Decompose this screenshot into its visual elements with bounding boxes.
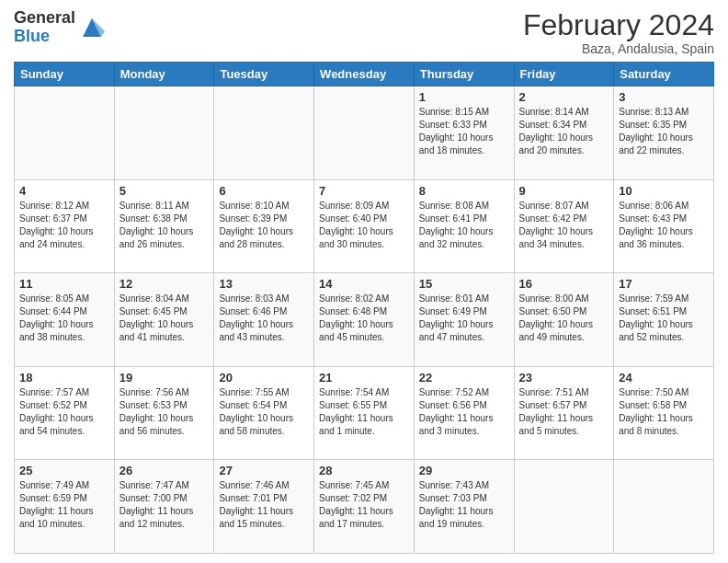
day-number: 1 (419, 90, 509, 104)
day-number: 12 (119, 277, 210, 291)
day-info: Sunrise: 7:47 AM Sunset: 7:00 PM Dayligh… (119, 480, 194, 529)
day-info: Sunrise: 8:00 AM Sunset: 6:50 PM Dayligh… (519, 293, 594, 342)
day-number: 6 (219, 184, 309, 198)
day-header-saturday: Saturday (614, 63, 714, 86)
day-number: 14 (319, 277, 409, 291)
day-info: Sunrise: 8:05 AM Sunset: 6:44 PM Dayligh… (19, 293, 94, 342)
week-row-2: 4Sunrise: 8:12 AM Sunset: 6:37 PM Daylig… (15, 179, 714, 273)
day-cell (614, 460, 714, 554)
day-cell (314, 86, 415, 180)
day-number: 26 (119, 464, 210, 477)
day-cell: 23Sunrise: 7:51 AM Sunset: 6:57 PM Dayli… (514, 366, 614, 460)
day-info: Sunrise: 7:50 AM Sunset: 6:58 PM Dayligh… (619, 387, 693, 436)
day-number: 19 (119, 371, 210, 385)
calendar-header: SundayMondayTuesdayWednesdayThursdayFrid… (15, 63, 714, 86)
day-number: 8 (419, 184, 509, 198)
day-cell (514, 460, 614, 554)
day-cell: 20Sunrise: 7:55 AM Sunset: 6:54 PM Dayli… (214, 366, 314, 460)
day-cell: 27Sunrise: 7:46 AM Sunset: 7:01 PM Dayli… (214, 460, 314, 554)
day-number: 16 (519, 277, 609, 291)
logo: General Blue (14, 9, 105, 46)
day-number: 24 (619, 371, 709, 385)
day-number: 22 (419, 371, 509, 385)
week-row-1: 1Sunrise: 8:15 AM Sunset: 6:33 PM Daylig… (15, 86, 714, 180)
day-cell: 29Sunrise: 7:43 AM Sunset: 7:03 PM Dayli… (414, 460, 514, 554)
day-number: 20 (219, 371, 309, 385)
day-info: Sunrise: 8:10 AM Sunset: 6:39 PM Dayligh… (219, 201, 293, 249)
day-cell: 13Sunrise: 8:03 AM Sunset: 6:46 PM Dayli… (214, 273, 314, 367)
day-cell: 11Sunrise: 8:05 AM Sunset: 6:44 PM Dayli… (15, 273, 115, 367)
header: General Blue February 2024 Baza, Andalus… (14, 9, 714, 56)
day-info: Sunrise: 7:46 AM Sunset: 7:01 PM Dayligh… (219, 480, 293, 529)
day-info: Sunrise: 7:57 AM Sunset: 6:52 PM Dayligh… (19, 387, 94, 436)
day-header-tuesday: Tuesday (214, 63, 314, 86)
day-info: Sunrise: 7:49 AM Sunset: 6:59 PM Dayligh… (19, 480, 94, 529)
day-info: Sunrise: 7:52 AM Sunset: 6:56 PM Dayligh… (419, 387, 494, 436)
day-cell: 2Sunrise: 8:14 AM Sunset: 6:34 PM Daylig… (514, 86, 614, 180)
day-cell: 14Sunrise: 8:02 AM Sunset: 6:48 PM Dayli… (314, 273, 415, 367)
day-cell: 24Sunrise: 7:50 AM Sunset: 6:58 PM Dayli… (614, 366, 714, 460)
day-info: Sunrise: 8:14 AM Sunset: 6:34 PM Dayligh… (519, 107, 594, 155)
day-cell: 21Sunrise: 7:54 AM Sunset: 6:55 PM Dayli… (314, 366, 415, 460)
day-info: Sunrise: 8:08 AM Sunset: 6:41 PM Dayligh… (419, 201, 494, 249)
calendar-body: 1Sunrise: 8:15 AM Sunset: 6:33 PM Daylig… (15, 86, 714, 554)
day-number: 21 (319, 371, 409, 385)
calendar-table: SundayMondayTuesdayWednesdayThursdayFrid… (14, 62, 714, 554)
day-info: Sunrise: 8:11 AM Sunset: 6:38 PM Dayligh… (119, 201, 194, 249)
title-section: February 2024 Baza, Andalusia, Spain (523, 9, 714, 56)
day-header-friday: Friday (514, 63, 614, 86)
day-info: Sunrise: 8:09 AM Sunset: 6:40 PM Dayligh… (319, 201, 393, 249)
day-info: Sunrise: 8:04 AM Sunset: 6:45 PM Dayligh… (119, 293, 194, 342)
day-cell: 10Sunrise: 8:06 AM Sunset: 6:43 PM Dayli… (614, 179, 714, 273)
day-header-thursday: Thursday (414, 63, 514, 86)
week-row-3: 11Sunrise: 8:05 AM Sunset: 6:44 PM Dayli… (15, 273, 714, 367)
day-info: Sunrise: 7:51 AM Sunset: 6:57 PM Dayligh… (519, 387, 594, 436)
page: General Blue February 2024 Baza, Andalus… (0, 0, 728, 563)
day-cell: 16Sunrise: 8:00 AM Sunset: 6:50 PM Dayli… (514, 273, 614, 367)
day-info: Sunrise: 7:56 AM Sunset: 6:53 PM Dayligh… (119, 387, 194, 436)
day-info: Sunrise: 8:01 AM Sunset: 6:49 PM Dayligh… (419, 293, 494, 342)
day-number: 5 (119, 184, 210, 198)
day-cell: 9Sunrise: 8:07 AM Sunset: 6:42 PM Daylig… (514, 179, 614, 273)
day-info: Sunrise: 8:02 AM Sunset: 6:48 PM Dayligh… (319, 293, 393, 342)
day-info: Sunrise: 7:45 AM Sunset: 7:02 PM Dayligh… (319, 480, 393, 529)
day-number: 10 (619, 184, 709, 198)
day-number: 4 (19, 184, 109, 198)
day-cell: 28Sunrise: 7:45 AM Sunset: 7:02 PM Dayli… (314, 460, 415, 554)
day-cell: 26Sunrise: 7:47 AM Sunset: 7:00 PM Dayli… (114, 460, 214, 554)
day-number: 25 (19, 464, 109, 477)
day-number: 18 (19, 371, 109, 385)
day-cell (15, 86, 115, 180)
day-number: 17 (619, 277, 709, 291)
day-number: 23 (519, 371, 609, 385)
day-cell: 5Sunrise: 8:11 AM Sunset: 6:38 PM Daylig… (114, 179, 214, 273)
day-cell: 22Sunrise: 7:52 AM Sunset: 6:56 PM Dayli… (414, 366, 514, 460)
day-cell: 7Sunrise: 8:09 AM Sunset: 6:40 PM Daylig… (314, 179, 415, 273)
logo-general-text: General (14, 9, 75, 28)
day-cell (114, 86, 214, 180)
day-number: 7 (319, 184, 409, 198)
day-info: Sunrise: 8:13 AM Sunset: 6:35 PM Dayligh… (619, 107, 693, 155)
day-info: Sunrise: 8:06 AM Sunset: 6:43 PM Dayligh… (619, 201, 693, 249)
day-cell: 25Sunrise: 7:49 AM Sunset: 6:59 PM Dayli… (15, 460, 115, 554)
day-cell: 12Sunrise: 8:04 AM Sunset: 6:45 PM Dayli… (114, 273, 214, 367)
day-info: Sunrise: 8:12 AM Sunset: 6:37 PM Dayligh… (19, 201, 94, 249)
day-info: Sunrise: 8:07 AM Sunset: 6:42 PM Dayligh… (519, 201, 594, 249)
day-cell: 3Sunrise: 8:13 AM Sunset: 6:35 PM Daylig… (614, 86, 714, 180)
day-number: 2 (519, 90, 609, 104)
day-info: Sunrise: 7:59 AM Sunset: 6:51 PM Dayligh… (619, 293, 693, 342)
day-number: 15 (419, 277, 509, 291)
day-info: Sunrise: 7:54 AM Sunset: 6:55 PM Dayligh… (319, 387, 393, 436)
day-cell: 6Sunrise: 8:10 AM Sunset: 6:39 PM Daylig… (214, 179, 314, 273)
day-cell (214, 86, 314, 180)
week-row-4: 18Sunrise: 7:57 AM Sunset: 6:52 PM Dayli… (15, 366, 714, 460)
day-info: Sunrise: 7:55 AM Sunset: 6:54 PM Dayligh… (219, 387, 293, 436)
day-cell: 17Sunrise: 7:59 AM Sunset: 6:51 PM Dayli… (614, 273, 714, 367)
day-cell: 19Sunrise: 7:56 AM Sunset: 6:53 PM Dayli… (114, 366, 214, 460)
day-cell: 18Sunrise: 7:57 AM Sunset: 6:52 PM Dayli… (15, 366, 115, 460)
day-number: 3 (619, 90, 709, 104)
day-cell: 4Sunrise: 8:12 AM Sunset: 6:37 PM Daylig… (15, 179, 115, 273)
days-header-row: SundayMondayTuesdayWednesdayThursdayFrid… (15, 63, 714, 86)
main-title: February 2024 (523, 9, 714, 41)
logo-icon (79, 15, 105, 40)
